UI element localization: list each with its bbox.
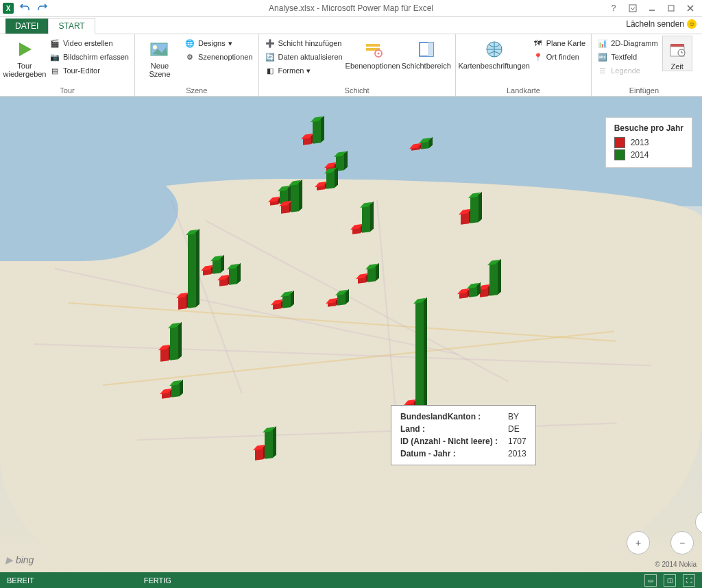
play-tour-button[interactable]: Tour wiedergeben [4, 36, 45, 78]
capture-screen-button[interactable]: 📷Bildschirm erfassen [48, 51, 130, 63]
flat-map-icon: 🗺 [533, 38, 544, 49]
data-bar[interactable] [421, 140, 429, 149]
data-bar[interactable] [160, 347, 169, 362]
data-bar[interactable] [480, 286, 488, 297]
new-scene-button[interactable]: Neue Szene [139, 36, 180, 78]
chart-2d-button[interactable]: 📊2D-Diagramm [596, 37, 659, 49]
create-video-button[interactable]: 🎬Video erstellen [48, 37, 130, 49]
tab-file[interactable]: DATEI [5, 19, 48, 34]
data-bar[interactable] [188, 232, 196, 308]
data-bar[interactable] [255, 447, 263, 461]
group-label-tour: Tour [4, 85, 130, 96]
data-bar[interactable] [358, 275, 366, 284]
legend-item-2014: 2014 [614, 149, 683, 160]
ribbon-collapse-button[interactable] [624, 1, 642, 15]
shapes-button[interactable]: ◧Formen ▾ [263, 64, 344, 77]
status-bar: BEREIT FERTIG ▭ ◫ ⛶ [0, 572, 702, 588]
ribbon-group-insert: 📊2D-Diagramm 🔤Textfeld ☰Legende Zeit Ein… [592, 34, 696, 96]
data-bar[interactable] [303, 136, 311, 145]
data-bar[interactable] [367, 266, 376, 282]
layer-options-button[interactable]: Ebenenoptionen [347, 36, 399, 70]
status-done: FERTIG [144, 576, 171, 585]
data-bar[interactable] [270, 199, 278, 206]
close-button[interactable] [681, 1, 699, 15]
data-bar[interactable] [352, 226, 361, 234]
data-bar[interactable] [337, 292, 346, 306]
data-bar[interactable] [326, 170, 335, 189]
legend-swatch-2013 [614, 137, 625, 148]
legend-icon: ☰ [597, 65, 608, 76]
minimize-button[interactable] [643, 1, 661, 15]
map-labels-button[interactable]: Kartenbeschriftungen [460, 36, 529, 70]
app-icon: X [3, 3, 14, 14]
camera-icon: 📷 [49, 51, 60, 62]
ribbon-group-scene: Neue Szene 🌐Designs ▾ ⚙Szenenoptionen Sz… [135, 34, 259, 96]
view-mode-1-button[interactable]: ▭ [644, 574, 657, 587]
data-bar[interactable] [282, 293, 291, 308]
svg-rect-0 [629, 5, 636, 12]
refresh-data-button[interactable]: 🔄Daten aktualisieren [263, 51, 344, 63]
send-smile-label: Lächeln senden [626, 19, 684, 29]
map-legend[interactable]: Besuche pro Jahr 2013 2014 [605, 117, 692, 168]
group-label-insert: Einfügen [596, 85, 692, 96]
data-bar[interactable] [229, 266, 237, 285]
data-bar[interactable] [469, 285, 477, 297]
time-button[interactable]: Zeit [662, 36, 692, 71]
group-label-layer: Schicht [263, 85, 451, 96]
video-icon: 🎬 [49, 38, 60, 49]
scene-options-button[interactable]: ⚙Szenenoptionen [183, 51, 254, 63]
find-location-button[interactable]: 📍Ort finden [531, 51, 587, 63]
maximize-button[interactable] [662, 1, 680, 15]
data-bar[interactable] [489, 262, 498, 296]
group-label-scene: Szene [139, 85, 254, 96]
map-canvas[interactable]: Besuche pro Jahr 2013 2014 BundeslandKan… [0, 97, 702, 572]
data-bar[interactable] [461, 211, 469, 225]
map-zoom-controls: + − [627, 531, 694, 554]
designs-button[interactable]: 🌐Designs ▾ [183, 37, 254, 49]
window-title: Analyse.xlsx - Microsoft Power Map für E… [0, 3, 702, 13]
send-smile[interactable]: Lächeln senden ☺ [626, 19, 697, 29]
data-bar[interactable] [415, 300, 424, 418]
svg-rect-2 [668, 5, 674, 11]
pan-left-button[interactable]: ‹ [695, 511, 702, 534]
add-layer-button[interactable]: ➕Schicht hinzufügen [263, 37, 344, 49]
data-bar[interactable] [313, 119, 321, 144]
layer-pane-button[interactable]: Schichtbereich [402, 36, 451, 70]
ribbon-group-map: Kartenbeschriftungen 🗺Plane Karte 📍Ort f… [456, 34, 592, 96]
ribbon-group-tour: Tour wiedergeben 🎬Video erstellen 📷Bilds… [0, 34, 135, 96]
view-mode-3-button[interactable]: ⛶ [683, 574, 695, 587]
data-bar[interactable] [213, 258, 221, 274]
zoom-out-button[interactable]: − [670, 531, 694, 554]
textbox-button[interactable]: 🔤Textfeld [596, 51, 659, 63]
data-bar[interactable] [162, 391, 170, 399]
data-bar[interactable] [265, 429, 273, 459]
data-bar[interactable] [362, 204, 370, 233]
data-bar[interactable] [219, 277, 228, 286]
map-copyright: © 2014 Nokia [655, 561, 697, 568]
view-mode-2-button[interactable]: ◫ [664, 574, 676, 587]
data-bar[interactable] [273, 302, 281, 310]
redo-button[interactable] [36, 1, 49, 15]
legend-button[interactable]: ☰Legende [596, 64, 659, 77]
flat-map-button[interactable]: 🗺Plane Karte [531, 37, 587, 49]
data-bar[interactable] [470, 195, 479, 223]
help-button[interactable]: ? [605, 1, 622, 15]
data-bar[interactable] [459, 291, 468, 299]
smile-icon: ☺ [687, 19, 697, 29]
data-bar[interactable] [328, 300, 336, 307]
map-labels-icon [483, 38, 505, 60]
zoom-in-button[interactable]: + [627, 531, 650, 554]
undo-button[interactable] [18, 1, 32, 15]
data-bar[interactable] [291, 182, 299, 212]
tour-editor-button[interactable]: ▤Tour-Editor [48, 64, 130, 77]
data-bar[interactable] [203, 267, 211, 275]
data-bar[interactable] [171, 382, 180, 397]
shapes-icon: ◧ [265, 65, 276, 76]
data-bar[interactable] [178, 295, 186, 310]
title-bar: X Analyse.xlsx - Microsoft Power Map für… [0, 0, 702, 17]
data-bar[interactable] [281, 203, 289, 214]
data-tooltip: BundeslandKanton :BY Land :DE ID (Anzahl… [391, 405, 536, 465]
data-bar[interactable] [170, 325, 178, 360]
data-bar[interactable] [317, 184, 325, 191]
tab-start[interactable]: START [48, 18, 95, 34]
